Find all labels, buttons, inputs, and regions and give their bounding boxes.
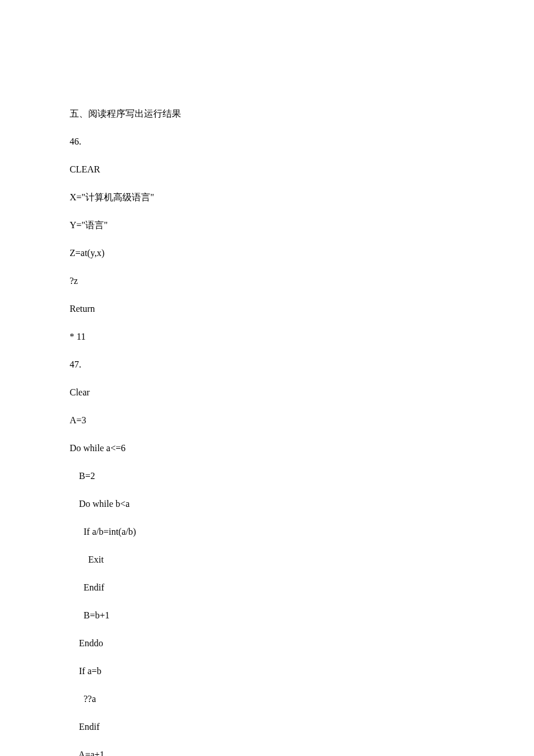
code-line: If a/b=int(a/b) xyxy=(70,525,534,539)
section-heading: 五、阅读程序写出运行结果 xyxy=(70,107,534,121)
code-line: Z=at(y,x) xyxy=(70,246,534,260)
code-line: X="计算机高级语言" xyxy=(70,190,534,204)
code-line: ?z xyxy=(70,274,534,288)
code-line: A=3 xyxy=(70,413,534,427)
code-line: Endif xyxy=(70,581,534,595)
code-line: Do while b<a xyxy=(70,497,534,511)
code-line: B=b+1 xyxy=(70,609,534,622)
code-line: Exit xyxy=(70,553,534,567)
question-number: 47. xyxy=(70,358,534,372)
document-page: 五、阅读程序写出运行结果 46. CLEAR X="计算机高级语言" Y="语言… xyxy=(0,0,534,756)
code-line: Clear xyxy=(70,386,534,399)
code-line: Endif xyxy=(70,720,534,734)
code-line: ??a xyxy=(70,692,534,706)
code-line: A=a+1 xyxy=(70,748,534,756)
code-line: Y="语言" xyxy=(70,218,534,232)
code-line: CLEAR xyxy=(70,163,534,177)
code-line: Enddo xyxy=(70,636,534,650)
code-line: If a=b xyxy=(70,664,534,678)
code-line: Return xyxy=(70,302,534,316)
question-number: 46. xyxy=(70,135,534,149)
code-line: Do while a<=6 xyxy=(70,441,534,455)
code-line: B=2 xyxy=(70,469,534,483)
answer-line: * 11 xyxy=(70,330,534,344)
